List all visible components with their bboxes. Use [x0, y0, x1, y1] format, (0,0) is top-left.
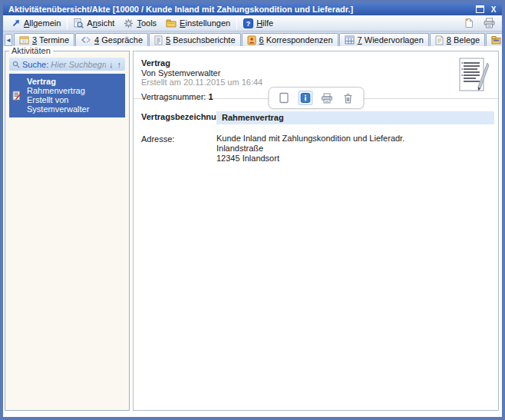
field-label: Vertragsbezeichnung:: [141, 111, 216, 124]
field-label: Adresse:: [141, 134, 216, 164]
activity-item-subtitle: Rahmenvertrag: [27, 86, 122, 95]
report-icon: [154, 35, 163, 45]
print-icon: [484, 18, 495, 28]
correspondence-icon: [247, 35, 256, 45]
field-value: Rahmenvertrag: [216, 111, 494, 124]
tab-label: 4 Gespräche: [94, 35, 143, 45]
activity-list-item[interactable]: VertragRahmenvertragErstellt von Systemv…: [9, 74, 125, 117]
restore-window-button[interactable]: [474, 5, 485, 15]
field-row-vertragsbezeichnung: Vertragsbezeichnung:Rahmenvertrag: [141, 111, 494, 124]
settings-folder-icon: [166, 18, 177, 28]
activity-item-text: VertragRahmenvertragErstellt von Systemv…: [27, 77, 122, 114]
sidebar-legend: Aktivitäten: [9, 46, 53, 55]
menu-item-ansicht[interactable]: Ansicht: [69, 17, 119, 30]
info-icon: [300, 93, 310, 103]
talk-icon: [81, 36, 91, 44]
field-value-line: Inlandstraße: [216, 144, 494, 154]
info-button[interactable]: [298, 91, 312, 105]
menu-separator: [67, 18, 68, 29]
delete-icon: [344, 93, 353, 104]
search-input[interactable]: Suche: Hier Suchbegriff eingeben ... ↓ ↑: [9, 58, 125, 71]
new-document-icon: [464, 18, 474, 28]
svg-text:?: ?: [246, 19, 251, 28]
menu-bar: AllgemeinAnsichtToolsEinstellungen?Hilfe: [3, 15, 502, 31]
restore-icon: [476, 5, 484, 13]
tabs-scroll-left-button[interactable]: ◄: [5, 34, 12, 46]
reminder-icon: [345, 35, 355, 45]
tab-9-projekte[interactable]: 9 Projekte: [486, 33, 505, 46]
gear-icon: [124, 18, 134, 28]
menu-item-label: Einstellungen: [180, 18, 230, 28]
menu-item-label: Ansicht: [87, 18, 114, 28]
print-button[interactable]: [482, 17, 496, 30]
menu-separator: [236, 18, 237, 29]
contract-number-value: 1: [208, 92, 213, 101]
print-icon: [321, 93, 332, 104]
menu-item-tools[interactable]: Tools: [119, 17, 161, 30]
new-document-button[interactable]: [462, 17, 476, 30]
window-title: Aktivitätenübersicht/Akte [10000 / Kunde…: [8, 3, 471, 15]
menu-item-einstellungen[interactable]: Einstellungen: [161, 17, 235, 29]
search-prev-button[interactable]: ↑: [117, 60, 123, 69]
tab-bar: ◄ 3 Termine4 Gespräche5 Besuchsberichte6…: [3, 31, 502, 46]
arrow-ne-icon: [12, 18, 21, 28]
menu-item-label: Hilfe: [256, 18, 273, 28]
tab-5-besuchsberichte[interactable]: 5 Besuchsberichte: [149, 33, 241, 46]
menu-item-label: Allgemein: [24, 18, 61, 28]
activity-item-title: Vertrag: [27, 77, 122, 86]
calendar-icon: [19, 35, 29, 45]
tab-strip: 3 Termine4 Gespräche5 Besuchsberichte6 K…: [14, 31, 505, 46]
menu-bar-items: AllgemeinAnsichtToolsEinstellungen?Hilfe: [7, 15, 278, 31]
tab-7-wiedervorlagen[interactable]: 7 Wiedervorlagen: [339, 33, 429, 46]
field-value-line: 12345 Inlandsort: [216, 154, 494, 164]
contract-icon: [12, 77, 22, 114]
search-label: Suche:: [22, 60, 48, 69]
record-toolbar: [268, 87, 364, 109]
new-document-button[interactable]: [276, 91, 291, 105]
menu-item-allgemein[interactable]: Allgemein: [7, 17, 65, 29]
help-icon: ?: [243, 18, 253, 28]
contract-title: Vertrag: [141, 58, 490, 68]
contract-number-label: Vertragsnummer:: [141, 92, 206, 101]
receipt-icon: [435, 35, 444, 45]
title-bar: Aktivitätenübersicht/Akte [10000 / Kunde…: [3, 3, 502, 15]
search-icon: [12, 61, 20, 68]
tab-label: 6 Korrespondenzen: [259, 35, 333, 45]
contract-created: Erstellt am 20.11.2015 um 16:44: [141, 78, 490, 87]
tab-label: 5 Besuchsberichte: [166, 35, 236, 45]
tab-label: 8 Belege: [447, 35, 480, 45]
contract-detail-panel: Vertrag Von Systemverwalter Erstellt am …: [133, 51, 499, 411]
view-icon: [74, 18, 84, 28]
close-icon: X: [491, 5, 497, 14]
app-window: Aktivitätenübersicht/Akte [10000 / Kunde…: [0, 0, 505, 420]
activities-list: VertragRahmenvertragErstellt von Systemv…: [5, 74, 129, 117]
delete-button[interactable]: [341, 91, 355, 105]
close-window-button[interactable]: X: [488, 5, 499, 15]
menu-item-label: Tools: [137, 18, 157, 28]
tab-4-gespr-che[interactable]: 4 Gespräche: [75, 33, 148, 46]
tab-3-termine[interactable]: 3 Termine: [14, 33, 74, 46]
activity-item-meta: Erstellt von Systemverwalter: [27, 95, 122, 114]
menu-item-hilfe[interactable]: ?Hilfe: [239, 17, 278, 30]
tab-8-belege[interactable]: 8 Belege: [430, 33, 485, 46]
search-next-button[interactable]: ↓: [108, 60, 114, 69]
tab-6-korrespondenzen[interactable]: 6 Korrespondenzen: [242, 33, 338, 46]
field-row-adresse: Adresse:Kunde Inland mit Zahlungskonditi…: [141, 134, 494, 164]
tab-label: 7 Wiedervorlagen: [358, 35, 424, 45]
content-area: Aktivitäten Suche: Hier Suchbegriff eing…: [3, 46, 502, 417]
project-icon: [491, 35, 501, 45]
contract-document-icon: [457, 57, 490, 93]
activities-sidebar: Aktivitäten Suche: Hier Suchbegriff eing…: [5, 51, 130, 411]
field-value: Kunde Inland mit Zahlungskondition und L…: [216, 134, 494, 164]
contract-author: Von Systemverwalter: [141, 68, 490, 78]
menu-bar-right-icons: [462, 17, 498, 30]
print-button[interactable]: [319, 91, 334, 105]
search-placeholder: Hier Suchbegriff eingeben ...: [51, 60, 106, 69]
tab-label: 3 Termine: [32, 35, 69, 45]
doc-outline-icon: [279, 92, 289, 104]
field-value-line: Kunde Inland mit Zahlungskondition und L…: [216, 134, 494, 144]
